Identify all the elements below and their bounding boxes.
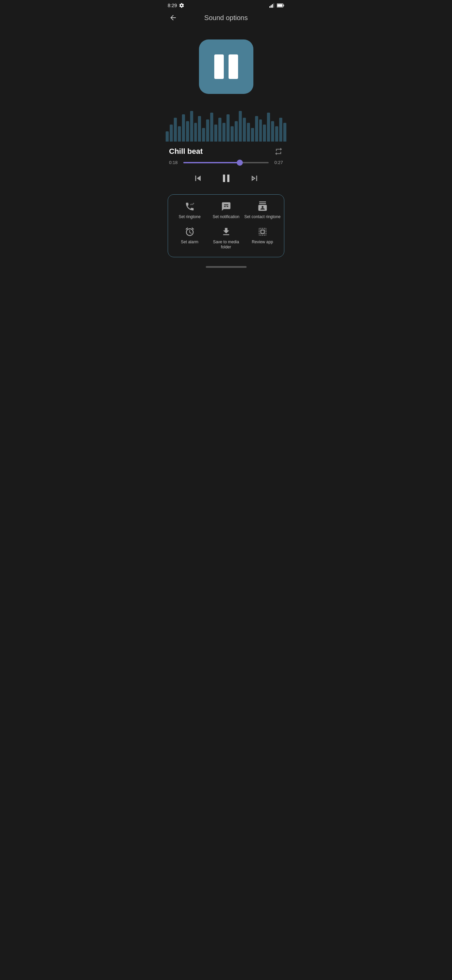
waveform-bar	[271, 121, 274, 142]
pause-icon-box[interactable]	[199, 40, 254, 94]
waveform-bar	[214, 124, 217, 142]
waveform-bar	[247, 123, 250, 142]
waveform-bar	[194, 123, 197, 142]
waveform-bar	[210, 113, 213, 142]
status-bar: 8:29	[162, 0, 290, 10]
pause-button[interactable]	[220, 172, 233, 185]
home-indicator	[162, 263, 290, 270]
pause-bar-left	[214, 54, 224, 79]
waveform-bar	[267, 113, 270, 142]
fast-forward-button[interactable]	[249, 173, 260, 184]
set-contact-ringtone-button[interactable]: Set contact ringtone	[244, 202, 281, 220]
phone-ring-icon	[185, 202, 195, 212]
set-notification-button[interactable]: Set notification	[208, 202, 244, 220]
waveform-bar	[186, 121, 189, 142]
waveform-bar	[166, 131, 169, 142]
waveform-bar	[251, 128, 254, 142]
status-right	[270, 3, 284, 8]
track-info: Chill beat	[162, 142, 290, 159]
svg-rect-6	[277, 4, 282, 7]
waveform-bar	[263, 124, 266, 142]
svg-rect-2	[272, 4, 273, 8]
save-to-media-label: Save to media folder	[208, 240, 244, 250]
total-time: 0:27	[273, 160, 283, 165]
waveform-bar	[170, 124, 173, 142]
svg-rect-0	[270, 6, 270, 8]
svg-rect-5	[283, 5, 284, 6]
waveform-bar	[231, 126, 234, 142]
waveform-bar	[235, 121, 238, 142]
set-alarm-label: Set alarm	[181, 240, 198, 245]
waveform-bar	[206, 119, 209, 142]
waveform-bar	[239, 111, 242, 142]
save-to-media-button[interactable]: Save to media folder	[208, 227, 244, 250]
album-art-area	[162, 26, 290, 94]
progress-bar[interactable]	[183, 162, 269, 163]
waveform-bar	[283, 123, 286, 142]
waveform-bar	[279, 118, 282, 142]
alarm-icon	[185, 227, 195, 237]
waveform-bar	[243, 118, 246, 142]
waveform-bar	[174, 118, 177, 142]
review-app-button[interactable]: Review app	[244, 227, 281, 250]
playback-controls	[162, 166, 290, 192]
message-icon	[221, 202, 231, 212]
home-indicator-bar	[206, 266, 247, 268]
pause-bar-right	[228, 54, 238, 79]
current-time: 0:18	[169, 160, 179, 165]
back-button[interactable]	[168, 12, 179, 23]
top-bar: Sound options	[162, 10, 290, 26]
waveform-bar	[198, 116, 201, 142]
status-time: 8:29	[168, 3, 177, 8]
waveform-bar	[222, 123, 225, 142]
set-alarm-button[interactable]: Set alarm	[171, 227, 208, 250]
waveform-bar	[259, 119, 262, 142]
waveform-bar	[178, 126, 181, 142]
set-ringtone-label: Set ringtone	[179, 215, 201, 220]
waveform-bar	[190, 111, 193, 142]
contact-icon	[257, 202, 268, 212]
action-panel: Set ringtone Set notification Set contac…	[168, 194, 284, 257]
waveform	[162, 101, 290, 142]
waveform-bar	[227, 115, 230, 142]
waveform-bar	[255, 116, 258, 142]
download-icon	[221, 227, 231, 237]
settings-icon	[179, 3, 184, 8]
waveform-bar	[275, 126, 278, 142]
star-icon	[257, 227, 268, 237]
progress-area: 0:18 0:27	[162, 159, 290, 166]
svg-rect-3	[273, 3, 274, 8]
rewind-button[interactable]	[192, 173, 203, 184]
page-title: Sound options	[205, 14, 248, 22]
waveform-bar	[182, 115, 185, 142]
track-title: Chill beat	[169, 147, 203, 156]
set-ringtone-button[interactable]: Set ringtone	[171, 202, 208, 220]
progress-thumb	[237, 159, 243, 166]
waveform-bar	[218, 118, 221, 142]
status-left: 8:29	[168, 3, 184, 8]
waveform-bar	[202, 128, 205, 142]
set-notification-label: Set notification	[213, 215, 239, 220]
battery-icon	[277, 3, 284, 8]
repeat-icon[interactable]	[274, 147, 283, 156]
svg-rect-1	[271, 5, 272, 8]
signal-icon	[270, 3, 276, 8]
set-contact-ringtone-label: Set contact ringtone	[244, 215, 281, 220]
review-app-label: Review app	[252, 240, 273, 245]
progress-fill	[183, 162, 240, 163]
